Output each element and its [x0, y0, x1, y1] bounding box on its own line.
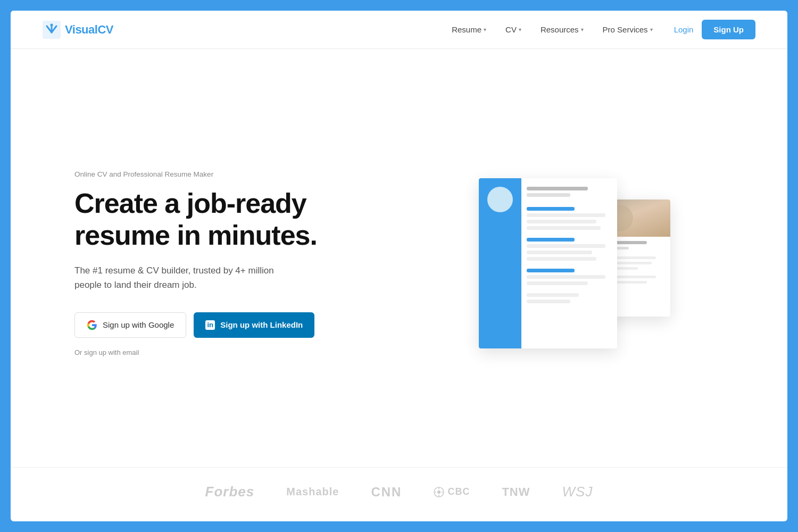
chevron-down-icon: ▾ — [581, 27, 584, 32]
nav-actions: Login Sign Up — [674, 20, 755, 39]
svg-point-4 — [437, 491, 440, 494]
hero-subtitle: Online CV and Professional Resume Maker — [74, 170, 372, 178]
page-frame: VisualCV Resume ▾ CV ▾ Resources ▾ — [11, 11, 787, 521]
resume-section-line — [527, 207, 575, 211]
resume-avatar — [487, 187, 513, 212]
hero-description: The #1 resume & CV builder, trusted by 4… — [74, 263, 298, 292]
brand-wsj: WSJ — [562, 484, 593, 500]
chevron-down-icon: ▾ — [650, 27, 653, 32]
chevron-down-icon: ▾ — [484, 27, 486, 32]
resume-content — [527, 185, 614, 306]
hero-section: Online CV and Professional Resume Maker … — [11, 49, 787, 467]
nav-item-pro-services[interactable]: Pro Services ▾ — [603, 25, 653, 34]
resume-card-main — [479, 178, 617, 348]
brands-section: Forbes Mashable CNN CBC TNW WSJ — [11, 467, 787, 521]
svg-point-2 — [51, 23, 53, 26]
signup-button[interactable]: Sign Up — [702, 20, 755, 39]
login-button[interactable]: Login — [674, 25, 694, 34]
resume-name-line — [527, 187, 588, 190]
brand-tnw: TNW — [502, 485, 530, 499]
google-signup-label: Sign up with Google — [103, 320, 174, 329]
linkedin-signup-button[interactable]: in Sign up with LinkedIn — [194, 312, 314, 338]
brand-cnn: CNN — [371, 485, 402, 500]
nav-item-cv[interactable]: CV ▾ — [505, 25, 521, 34]
logo-text: VisualCV — [65, 23, 113, 37]
hero-title: Create a job-ready resume in minutes. — [74, 188, 372, 252]
google-signup-button[interactable]: Sign up with Google — [74, 312, 186, 338]
cta-buttons: Sign up with Google in Sign up with Link… — [74, 312, 372, 338]
brand-mashable: Mashable — [286, 486, 339, 498]
hero-left: Online CV and Professional Resume Maker … — [74, 170, 372, 356]
cbc-icon — [434, 487, 444, 497]
brand-forbes: Forbes — [205, 484, 255, 500]
linkedin-icon: in — [205, 320, 215, 330]
chevron-down-icon: ▾ — [519, 27, 521, 32]
email-signup-link[interactable]: Or sign up with email — [74, 348, 372, 356]
logo-link[interactable]: VisualCV — [43, 21, 113, 39]
nav-links: Resume ▾ CV ▾ Resources ▾ Pro Services — [452, 25, 652, 34]
google-icon — [87, 320, 97, 330]
nav-item-resources[interactable]: Resources ▾ — [541, 25, 584, 34]
hero-right — [394, 157, 724, 370]
navbar: VisualCV Resume ▾ CV ▾ Resources ▾ — [11, 11, 787, 49]
logo-icon — [43, 21, 61, 39]
brand-cbc: CBC — [434, 486, 470, 497]
resume-preview-container — [447, 168, 670, 359]
resume-title-line — [527, 193, 570, 197]
nav-item-resume[interactable]: Resume ▾ — [452, 25, 486, 34]
linkedin-signup-label: Sign up with LinkedIn — [220, 320, 303, 329]
